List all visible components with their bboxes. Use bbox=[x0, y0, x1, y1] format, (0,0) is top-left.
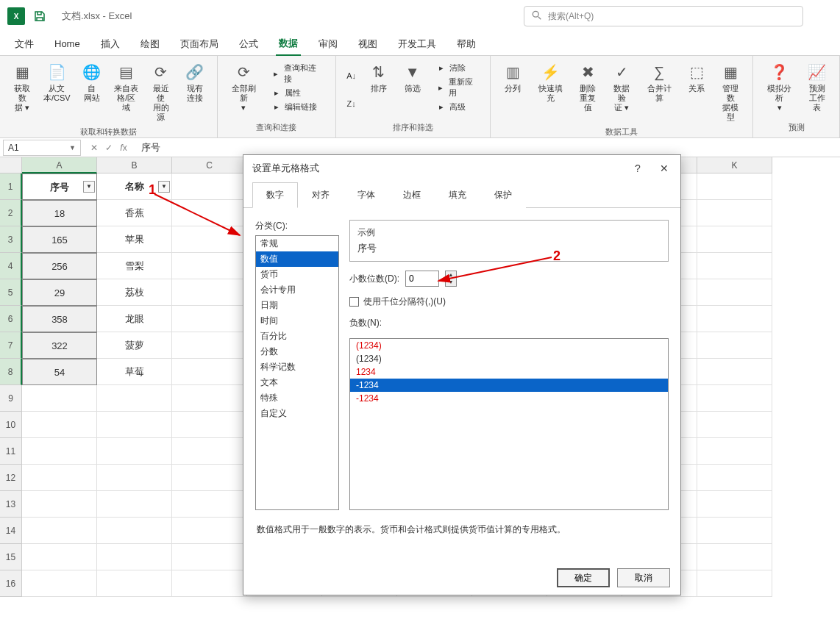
row-header-3[interactable]: 3 bbox=[0, 226, 22, 253]
category-item-货币[interactable]: 货币 bbox=[256, 267, 338, 282]
category-list[interactable]: 常规数值货币会计专用日期时间百分比分数科学记数文本特殊自定义 bbox=[255, 235, 339, 510]
cell[interactable] bbox=[697, 332, 772, 359]
cell[interactable]: 名称▼ bbox=[97, 173, 172, 200]
cell[interactable] bbox=[697, 412, 772, 438]
cell[interactable] bbox=[97, 518, 172, 544]
category-item-科学记数[interactable]: 科学记数 bbox=[256, 359, 338, 375]
cell[interactable] bbox=[172, 226, 247, 253]
menu-tab-视图[interactable]: 视图 bbox=[355, 33, 380, 55]
cell[interactable] bbox=[97, 544, 172, 570]
get-data-btn-1[interactable]: 📄从文 本/CSV bbox=[40, 59, 74, 125]
cell[interactable]: 54 bbox=[22, 359, 97, 385]
cell[interactable] bbox=[697, 359, 772, 385]
cell[interactable] bbox=[697, 544, 772, 570]
cell[interactable]: 322 bbox=[22, 332, 97, 359]
menu-tab-帮助[interactable]: 帮助 bbox=[454, 33, 479, 55]
decimal-places-input[interactable] bbox=[405, 271, 439, 287]
cell[interactable] bbox=[172, 412, 247, 438]
cell[interactable] bbox=[172, 438, 247, 465]
negative-format-item-1[interactable]: (1234) bbox=[350, 352, 668, 365]
name-box[interactable]: A1 ▼ bbox=[3, 140, 81, 156]
negative-format-item-4[interactable]: -1234 bbox=[350, 392, 668, 405]
data-tool-0[interactable]: ▥分列 bbox=[496, 59, 529, 125]
cell[interactable]: 苹果 bbox=[97, 226, 172, 253]
forecast-btn-0[interactable]: ❓模拟分析 ▾ bbox=[759, 59, 800, 121]
cell[interactable]: 29 bbox=[22, 279, 97, 306]
col-header-K[interactable]: K bbox=[697, 157, 772, 173]
negative-format-item-2[interactable]: 1234 bbox=[350, 365, 668, 379]
cell[interactable] bbox=[97, 570, 172, 597]
menu-tab-数据[interactable]: 数据 bbox=[276, 32, 301, 56]
ok-button[interactable]: 确定 bbox=[557, 568, 610, 587]
formula-input[interactable]: 序号 bbox=[134, 141, 840, 154]
dialog-tab-填充[interactable]: 填充 bbox=[435, 182, 480, 208]
cell[interactable] bbox=[172, 332, 247, 359]
data-tool-1[interactable]: ⚡快速填充 bbox=[530, 59, 570, 125]
data-tool-2[interactable]: ✖删除 重复值 bbox=[572, 59, 604, 125]
row-header-6[interactable]: 6 bbox=[0, 306, 22, 332]
cell[interactable] bbox=[22, 570, 97, 597]
row-header-2[interactable]: 2 bbox=[0, 200, 22, 226]
sort-button[interactable]: ⇅ 排序 bbox=[363, 59, 395, 121]
get-data-btn-5[interactable]: 🔗现有 连接 bbox=[179, 59, 211, 125]
get-data-btn-3[interactable]: ▤来自表 格/区域 bbox=[110, 59, 143, 125]
sort-item-0[interactable]: ▸清除 bbox=[435, 62, 480, 74]
cell[interactable] bbox=[697, 518, 772, 544]
cell[interactable] bbox=[97, 491, 172, 518]
cancel-formula-icon[interactable]: ✕ bbox=[88, 143, 100, 153]
get-data-btn-2[interactable]: 🌐自 网站 bbox=[76, 59, 108, 125]
cell[interactable] bbox=[697, 279, 772, 306]
get-data-btn-0[interactable]: ▦获取数 据 ▾ bbox=[6, 59, 38, 125]
negative-numbers-list[interactable]: (1234)(1234)1234-1234-1234 bbox=[349, 338, 669, 510]
dialog-tab-边框[interactable]: 边框 bbox=[389, 182, 435, 208]
dialog-tab-保护[interactable]: 保护 bbox=[480, 182, 526, 208]
menu-tab-文件[interactable]: 文件 bbox=[12, 33, 37, 55]
menu-tab-公式[interactable]: 公式 bbox=[236, 33, 261, 55]
cell[interactable] bbox=[172, 518, 247, 544]
cell[interactable] bbox=[697, 173, 772, 200]
row-header-11[interactable]: 11 bbox=[0, 438, 22, 465]
cell[interactable] bbox=[172, 359, 247, 385]
get-data-btn-4[interactable]: ⟳最近使 用的源 bbox=[145, 59, 177, 125]
col-header-A[interactable]: A bbox=[22, 157, 97, 173]
row-header-14[interactable]: 14 bbox=[0, 518, 22, 544]
sort-asc-button[interactable]: A↓ bbox=[345, 70, 358, 82]
cancel-button[interactable]: 取消 bbox=[617, 568, 670, 587]
row-header-9[interactable]: 9 bbox=[0, 385, 22, 412]
category-item-日期[interactable]: 日期 bbox=[256, 298, 338, 313]
row-header-10[interactable]: 10 bbox=[0, 412, 22, 438]
cell[interactable] bbox=[697, 253, 772, 279]
cell[interactable] bbox=[697, 385, 772, 412]
cell[interactable] bbox=[697, 306, 772, 332]
category-item-文本[interactable]: 文本 bbox=[256, 375, 338, 390]
cell[interactable] bbox=[697, 570, 772, 597]
cell[interactable] bbox=[172, 544, 247, 570]
cell[interactable]: 165 bbox=[22, 226, 97, 253]
cell[interactable] bbox=[22, 518, 97, 544]
data-tool-3[interactable]: ✓数据验 证 ▾ bbox=[605, 59, 638, 125]
cell[interactable]: 菠萝 bbox=[97, 332, 172, 359]
cell[interactable]: 雪梨 bbox=[97, 253, 172, 279]
forecast-btn-1[interactable]: 📈预测 工作表 bbox=[801, 59, 833, 121]
cell[interactable] bbox=[22, 465, 97, 491]
cell[interactable] bbox=[22, 438, 97, 465]
cell[interactable] bbox=[172, 385, 247, 412]
menu-tab-页面布局[interactable]: 页面布局 bbox=[177, 33, 221, 55]
row-header-13[interactable]: 13 bbox=[0, 491, 22, 518]
fx-icon[interactable]: fx bbox=[118, 143, 129, 153]
col-header-C[interactable]: C bbox=[172, 157, 247, 173]
close-button[interactable]: ✕ bbox=[657, 162, 672, 174]
cell[interactable] bbox=[97, 412, 172, 438]
cell[interactable] bbox=[97, 385, 172, 412]
filter-button[interactable]: ▼ 筛选 bbox=[396, 59, 429, 121]
cell[interactable]: 香蕉 bbox=[97, 200, 172, 226]
category-item-分数[interactable]: 分数 bbox=[256, 344, 338, 359]
sort-item-1[interactable]: ▸重新应用 bbox=[435, 76, 480, 99]
negative-format-item-3[interactable]: -1234 bbox=[350, 379, 668, 392]
menu-tab-绘图[interactable]: 绘图 bbox=[138, 33, 163, 55]
cell[interactable] bbox=[172, 253, 247, 279]
row-header-15[interactable]: 15 bbox=[0, 544, 22, 570]
query-item-2[interactable]: ▸编辑链接 bbox=[270, 101, 325, 113]
cell[interactable] bbox=[172, 570, 247, 597]
query-item-1[interactable]: ▸属性 bbox=[270, 87, 325, 99]
